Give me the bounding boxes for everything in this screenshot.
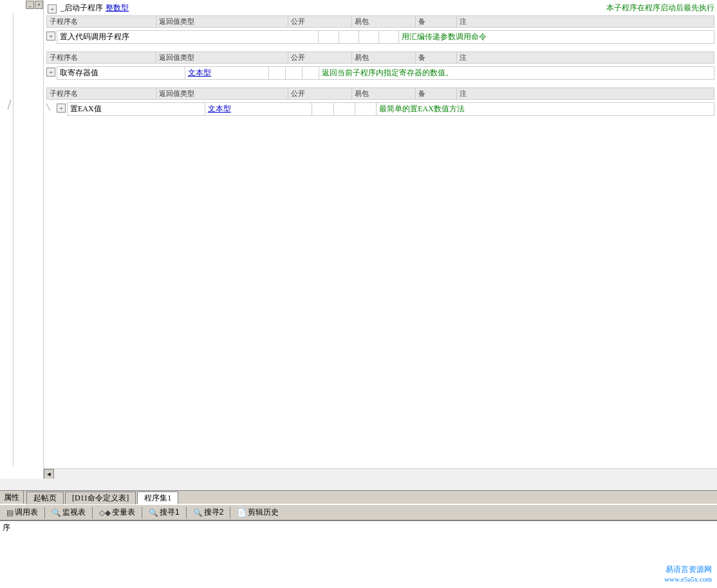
group3: 子程序名 返回值类型 公开 易包 备 注 ╲ + xyxy=(46,87,714,118)
horizontal-scrollbar[interactable]: ◄ xyxy=(44,468,717,479)
cell-note-b: 最简单的置EAX数值方法 xyxy=(377,103,714,116)
group3-data-row: ╲ + 置EAX值 文本型 最简单的置EAX数值方法 xyxy=(46,102,714,118)
search1-label: 搜寻1 xyxy=(160,507,180,518)
col-header-name3: 子程序名 xyxy=(47,88,156,100)
col-header-easy1: 易包 xyxy=(351,16,415,28)
cell-note-b: 返回当前子程序内指定寄存器的数值。 xyxy=(319,67,714,80)
watermark-line2: www.e5a5x.com xyxy=(664,575,712,583)
search1-button[interactable]: 🔍 搜寻1 xyxy=(145,506,183,519)
group2-data-row: + 取寄存器值 文本型 返回当前子程序内指定寄存器的数值。 xyxy=(46,66,714,82)
group1: 子程序名 返回值类型 公开 易包 备 注 + xyxy=(46,15,714,46)
cell-easy xyxy=(285,67,302,80)
tab-commands[interactable]: [D11命令定义表] xyxy=(65,492,136,504)
cell-pub xyxy=(312,103,333,116)
col-header-note3a: 备 xyxy=(415,88,456,100)
cell-ret xyxy=(319,31,339,44)
cell-ret: 文本型 xyxy=(205,103,312,116)
table-row: 取寄存器值 文本型 返回当前子程序内指定寄存器的数值。 xyxy=(57,67,714,80)
startup-label: _启动子程序 xyxy=(61,3,103,14)
cell-name: 取寄存器值 xyxy=(57,67,185,80)
clipboard-label: 剪辑历史 xyxy=(248,507,279,518)
cell-pub xyxy=(268,67,285,80)
divider4 xyxy=(186,507,187,519)
startup-type: 整数型 xyxy=(106,3,129,14)
group2: 子程序名 返回值类型 公开 易包 备 注 + xyxy=(46,51,714,82)
col-header-ret1: 返回值类型 xyxy=(156,16,288,28)
divider5 xyxy=(230,507,230,519)
divider1 xyxy=(44,507,45,519)
tab-programs[interactable]: 程序集1 xyxy=(137,492,178,504)
status-area: 序 易语言资源网 www.e5a5x.com xyxy=(0,520,717,588)
col-header-note3b: 注 xyxy=(457,88,714,100)
main-area: _ × ╲ + _启动子程序 整数型 本子程序在程序启动后最先执行 xyxy=(0,0,717,479)
group1-expand-btn[interactable]: + xyxy=(46,32,55,41)
col-header-name2: 子程序名 xyxy=(47,52,156,64)
cell-name: 置EAX值 xyxy=(68,103,205,116)
col-header-pub3: 公开 xyxy=(288,88,351,100)
tab-bar: 属性 起帖页 [D11命令定义表] 程序集1 xyxy=(0,490,717,504)
col-header-easy3: 易包 xyxy=(351,88,415,100)
minimize-button[interactable]: _ xyxy=(26,1,34,9)
clipboard-icon: 📄 xyxy=(237,508,247,517)
col-header-ret3: 返回值类型 xyxy=(156,88,288,100)
variables-button[interactable]: ◇◆ 变量表 xyxy=(95,506,139,519)
cell-pub xyxy=(339,31,358,44)
col-header-note1b: 注 xyxy=(457,16,714,28)
group3-data-table: 置EAX值 文本型 最简单的置EAX数值方法 xyxy=(67,102,714,116)
tab-properties[interactable]: 属性 xyxy=(0,491,24,504)
monitor-label: 监视表 xyxy=(62,507,86,518)
startup-expand-btn[interactable]: + xyxy=(48,5,57,14)
call-table-button[interactable]: ▤ 调用表 xyxy=(3,506,42,519)
col-header-ret2: 返回值类型 xyxy=(156,52,288,64)
col-header-name1: 子程序名 xyxy=(47,16,156,28)
group3-expand-btn[interactable]: + xyxy=(57,104,66,113)
bottom-toolbar: ▤ 调用表 🔍 监视表 ◇◆ 变量表 🔍 搜寻1 🔍 搜寻2 📄 剪辑历史 xyxy=(0,504,717,520)
tree-line xyxy=(13,13,14,466)
divider3 xyxy=(142,507,142,519)
col-header-note2b: 注 xyxy=(457,52,714,64)
left-sidebar: _ × ╲ xyxy=(0,0,44,479)
content-panel: + _启动子程序 整数型 本子程序在程序启动后最先执行 子程序名 返回值类型 公… xyxy=(44,0,717,479)
tables-container[interactable]: + _启动子程序 整数型 本子程序在程序启动后最先执行 子程序名 返回值类型 公… xyxy=(44,0,717,479)
col-header-note2a: 备 xyxy=(415,52,456,64)
cell-easy xyxy=(358,31,378,44)
col-header-pub1: 公开 xyxy=(288,16,351,28)
cell-name: 置入代码调用子程序 xyxy=(57,31,319,44)
variables-icon: ◇◆ xyxy=(99,508,111,517)
startup-desc: 本子程序在程序启动后最先执行 xyxy=(606,3,714,14)
group1-data-table: 置入代码调用子程序 用汇编传递参数调用命令 xyxy=(57,30,714,44)
call-table-icon: ▤ xyxy=(6,508,14,517)
tab-home[interactable]: 起帖页 xyxy=(26,492,64,504)
group3-header-table: 子程序名 返回值类型 公开 易包 备 注 xyxy=(46,87,714,100)
search2-button[interactable]: 🔍 搜寻2 xyxy=(189,506,228,519)
clipboard-button[interactable]: 📄 剪辑历史 xyxy=(233,506,283,519)
table-row: 置EAX值 文本型 最简单的置EAX数值方法 xyxy=(68,103,714,116)
variables-label: 变量表 xyxy=(112,507,135,518)
monitor-button[interactable]: 🔍 监视表 xyxy=(48,506,89,519)
col-header-easy2: 易包 xyxy=(351,52,415,64)
divider2 xyxy=(92,507,93,519)
monitor-icon: 🔍 xyxy=(51,508,61,517)
close-button[interactable]: × xyxy=(35,1,43,9)
col-header-pub2: 公开 xyxy=(288,52,351,64)
status-text: 序 xyxy=(3,523,10,532)
cell-note-b: 用汇编传递参数调用命令 xyxy=(399,31,714,44)
search1-icon: 🔍 xyxy=(149,508,158,517)
group2-header-table: 子程序名 返回值类型 公开 易包 备 注 xyxy=(46,51,714,64)
cell-note-a xyxy=(355,103,376,116)
cell-easy xyxy=(333,103,355,116)
col-header-note1a: 备 xyxy=(415,16,456,28)
watermark: 易语言资源网 www.e5a5x.com xyxy=(664,564,712,583)
scroll-left-button[interactable]: ◄ xyxy=(44,469,54,479)
cell-note-a xyxy=(302,67,319,80)
group1-header-table: 子程序名 返回值类型 公开 易包 备 注 xyxy=(46,15,714,28)
table-row: 置入代码调用子程序 用汇编传递参数调用命令 xyxy=(57,31,714,44)
startup-row: + _启动子程序 整数型 本子程序在程序启动后最先执行 xyxy=(46,3,714,14)
group2-expand-btn[interactable]: + xyxy=(46,68,55,77)
tree-arrow-icon: ╲ xyxy=(4,100,14,110)
cell-ret: 文本型 xyxy=(185,67,269,80)
window-controls: _ × xyxy=(0,0,44,10)
cell-note-a xyxy=(379,31,399,44)
group2-data-table: 取寄存器值 文本型 返回当前子程序内指定寄存器的数值。 xyxy=(57,66,714,80)
group1-data-row: + 置入代码调用子程序 用汇编传递参数调用命令 xyxy=(46,30,714,46)
